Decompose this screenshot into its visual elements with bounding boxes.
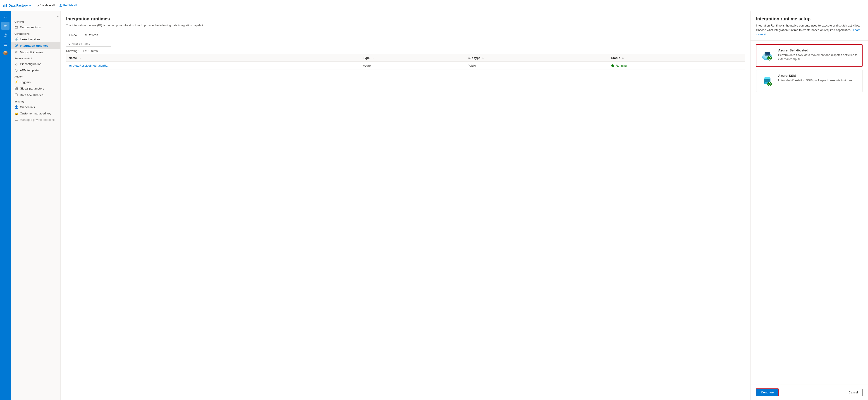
sidebar-section-author: Author [11,74,60,79]
svg-rect-7 [16,26,17,27]
validate-all-button[interactable]: Validate all [35,3,57,8]
ir-name-link[interactable]: AutoResolveIntegrationR... [69,64,358,67]
git-configuration-label: Git configuration [20,62,41,66]
data-flow-libraries-label: Data flow libraries [20,93,43,97]
global-params-icon [14,87,18,90]
azure-ssis-card-icon [760,74,775,88]
triggers-icon: ⚡ [14,80,18,84]
managed-private-endpoints-icon: ☁ [14,118,18,121]
row-subtype-cell: Public [465,62,609,70]
status-indicator: Running [611,64,742,67]
svg-rect-10 [15,87,16,88]
filter-box[interactable] [66,41,111,47]
triggers-label: Triggers [20,81,31,84]
top-bar-actions: Validate all Publish all [35,3,79,8]
status-text: Running [616,64,626,67]
sidebar-item-microsoft-purview[interactable]: 👁 Microsoft Purview [11,49,60,55]
sidebar-item-triggers[interactable]: ⚡ Triggers [11,79,60,85]
table-row: AutoResolveIntegrationR... Azure Public [66,62,745,70]
sidebar-item-factory-settings[interactable]: Factory settings [11,24,60,31]
continue-button[interactable]: Continue [756,389,779,396]
right-panel-body: Azure, Self-Hosted Perform data flows, d… [750,40,868,385]
top-bar-left: Data Factory ▾ Validate all Publish all [3,3,79,8]
publish-label: Publish all [63,4,76,7]
panel-title: Integration runtimes [66,16,745,22]
main-panel: Integration runtimes The integration run… [61,11,750,400]
svg-rect-14 [15,94,18,96]
brand-button[interactable]: Data Factory ▾ [3,3,31,8]
factory-settings-label: Factory settings [20,26,41,29]
refresh-button-label: ↻ Refresh [85,33,98,37]
rail-manage-icon[interactable] [1,40,9,48]
sidebar-item-global-parameters[interactable]: Global parameters [11,85,60,92]
git-config-icon: ◇ [14,62,18,66]
ir-option-azure-self-hosted[interactable]: Azure, Self-Hosted Perform data flows, d… [756,44,863,67]
ir-name-text: AutoResolveIntegrationR... [73,64,108,67]
sidebar: « General Factory settings Connections 🔗… [11,11,61,400]
refresh-button[interactable]: ↻ Refresh [82,32,101,38]
validate-label: Validate all [40,4,55,7]
svg-rect-4 [4,44,7,45]
credentials-icon: 👤 [14,105,18,109]
factory-settings-icon [14,25,18,29]
col-subtype[interactable]: Sub-type ↑↓ [465,54,609,62]
new-button[interactable]: + New [66,32,80,38]
publish-icon [59,4,62,7]
sidebar-item-customer-managed-key[interactable]: 🔒 Customer managed key [11,110,60,116]
sidebar-item-managed-private-endpoints: ☁ Managed private endpoints [11,116,60,123]
right-panel-title: Integration runtime setup [756,16,863,22]
svg-rect-12 [15,88,16,89]
azure-ssis-desc: Lift-and-shift existing SSIS packages to… [778,78,859,83]
linked-services-icon: 🔗 [14,37,18,41]
integration-runtimes-icon [14,44,18,48]
svg-point-9 [16,45,17,46]
azure-self-hosted-card-content: Azure, Self-Hosted Perform data flows, d… [778,48,859,61]
purview-icon: 👁 [14,50,18,54]
rail-home-icon[interactable]: ⌂ [1,13,9,21]
col-type[interactable]: Type ↑↓ [360,54,465,62]
content-area: Integration runtimes The integration run… [61,11,868,400]
filter-input[interactable] [71,42,109,45]
brand-label: Data Factory [9,4,28,7]
integration-runtimes-label: Integration runtimes [20,44,49,47]
sidebar-item-arm-template[interactable]: ⬡ ARM template [11,67,60,74]
new-button-label: + New [69,33,77,37]
sidebar-item-integration-runtimes[interactable]: Integration runtimes [11,42,60,49]
azure-ssis-card-content: Azure-SSIS Lift-and-shift existing SSIS … [778,74,859,83]
sidebar-item-credentials[interactable]: 👤 Credentials [11,104,60,110]
right-panel-desc-text: Integration Runtime is the native comput… [756,24,860,32]
global-parameters-label: Global parameters [20,87,44,90]
factory-settings-svg [15,25,18,29]
collapse-button[interactable]: « [11,13,60,19]
sidebar-section-security: Security [11,98,60,104]
sidebar-item-git-configuration[interactable]: ◇ Git configuration [11,61,60,67]
validate-icon [36,4,40,7]
rail-deploy-icon[interactable]: 📦 [1,49,9,57]
azure-self-hosted-title: Azure, Self-Hosted [778,48,859,52]
toolbar: + New ↻ Refresh [66,32,745,38]
sidebar-item-linked-services[interactable]: 🔗 Linked services [11,36,60,42]
ir-option-azure-ssis[interactable]: Azure-SSIS Lift-and-shift existing SSIS … [756,69,863,92]
manage-svg-icon [3,42,8,46]
col-name[interactable]: Name ↑↓ [66,54,360,62]
svg-point-25 [765,54,766,55]
col-status[interactable]: Status ↑↓ [609,54,745,62]
publish-all-button[interactable]: Publish all [57,3,78,8]
purview-label: Microsoft Purview [20,51,43,54]
brand-chevron: ▾ [29,4,31,7]
azure-ir-icon [69,64,72,67]
customer-managed-key-label: Customer managed key [20,112,51,115]
cancel-button[interactable]: Cancel [844,389,863,396]
azure-self-hosted-desc: Perform data flows, data movement and di… [778,53,859,61]
sidebar-item-data-flow-libraries[interactable]: Data flow libraries [11,92,60,98]
row-status-cell: Running [609,62,745,70]
filter-icon [68,42,71,45]
azure-self-hosted-svg [761,49,774,62]
customer-managed-key-icon: 🔒 [14,112,18,115]
rail-edit-icon[interactable]: ✏ [1,22,9,30]
rail-monitor-icon[interactable]: ◎ [1,31,9,39]
df-libs-svg [15,93,18,96]
svg-rect-1 [4,4,5,7]
svg-rect-2 [6,4,7,7]
linked-services-label: Linked services [20,38,40,41]
